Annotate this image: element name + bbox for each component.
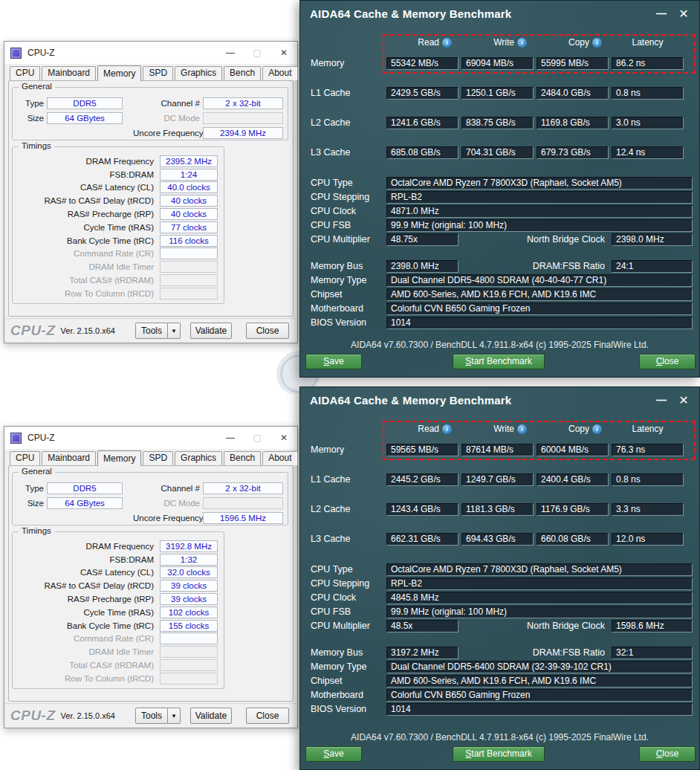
minimize-icon[interactable]: —	[217, 42, 244, 64]
size-value: 64 GBytes	[47, 497, 123, 509]
timings-groupbox: Timings DRAM Frequency2395.2 MHz FSB:DRA…	[12, 146, 224, 304]
timing-row: RAS# Precharge (tRP)39 clocks	[13, 592, 224, 606]
validate-button[interactable]: Validate	[190, 323, 232, 339]
info-icon[interactable]: i	[442, 424, 452, 434]
memory-bus-label: Memory Bus	[311, 647, 363, 658]
cpu-fsb-value: 99.9 MHz (original: 100 MHz)	[386, 219, 693, 232]
tab-spd[interactable]: SPD	[143, 66, 173, 80]
total-cas-label: Total CAS# (tRDRAM)	[14, 276, 154, 285]
chipset-value: AMD 600-Series, AMD K19.6 FCH, AMD K19.6…	[386, 675, 693, 688]
memory-bus-value: 2398.0 MHz	[386, 260, 458, 273]
tools-button[interactable]: Tools	[135, 708, 168, 724]
bios-version-label: BIOS Version	[311, 317, 366, 328]
l3-latency-value: 12.4 ns	[612, 146, 684, 159]
type-label: Type	[14, 484, 44, 493]
timing-row: RAS# Precharge (tRP)40 clocks	[13, 207, 224, 221]
info-icon[interactable]: i	[517, 38, 527, 48]
timing-row: Row To Column (tRCD)	[13, 287, 224, 300]
memory-copy-value: 60004 MB/s	[537, 444, 609, 456]
cpu-type-label: CPU Type	[311, 564, 353, 575]
cpuz-window-top: CPU-Z — ▢ ✕ CPU Mainboard Memory SPD Gra…	[4, 41, 298, 343]
tras-label: Cycle Time (tRAS)	[14, 608, 154, 617]
tab-memory[interactable]: Memory	[97, 65, 141, 81]
tab-graphics[interactable]: Graphics	[175, 451, 222, 465]
cpu-multiplier-label: CPU Multiplier	[311, 621, 370, 631]
close-button[interactable]: Close	[639, 746, 696, 762]
bios-version-label: BIOS Version	[311, 704, 366, 714]
tab-cpu[interactable]: CPU	[10, 66, 40, 80]
validate-button[interactable]: Validate	[190, 708, 232, 724]
dram-frequency-value: 3192.8 MHz	[160, 540, 218, 552]
l2-write-value: 838.75 GB/s	[461, 117, 534, 129]
tools-button[interactable]: Tools	[135, 323, 168, 339]
titlebar[interactable]: CPU-Z — ▢ ✕	[4, 427, 297, 449]
timing-row: Cycle Time (tRAS)102 clocks	[13, 606, 224, 619]
tab-memory[interactable]: Memory	[97, 450, 141, 466]
l2-latency-value: 3.0 ns	[612, 117, 684, 129]
version-text: Ver. 2.15.0.x64	[61, 711, 115, 720]
l2-copy-value: 1176.9 GB/s	[537, 503, 609, 516]
save-button[interactable]: Save	[305, 746, 362, 762]
type-value: DDR5	[47, 482, 123, 494]
minimize-icon[interactable]: —	[217, 427, 244, 449]
start-benchmark-button[interactable]: Start Benchmark	[453, 746, 545, 762]
cas-latency-label: CAS# Latency (CL)	[14, 568, 154, 577]
close-button[interactable]: Close	[246, 708, 289, 724]
close-icon[interactable]: ✕	[270, 42, 297, 64]
tab-spd[interactable]: SPD	[143, 451, 173, 465]
tab-bench[interactable]: Bench	[224, 66, 261, 80]
memory-bus-value: 3197.2 MHz	[386, 647, 458, 659]
cpu-type-label: CPU Type	[311, 178, 353, 188]
channel-value: 2 x 32-bit	[203, 482, 283, 494]
minimize-icon[interactable]: —	[650, 394, 673, 406]
memory-bus-label: Memory Bus	[311, 261, 363, 271]
l3-write-value: 704.31 GB/s	[461, 146, 534, 159]
titlebar[interactable]: AIDA64 Cache & Memory Benchmark — ✕	[300, 1, 699, 26]
info-icon[interactable]: i	[592, 38, 602, 48]
channel-label: Channel #	[133, 484, 200, 493]
minimize-icon[interactable]: —	[650, 7, 673, 19]
dram-fsb-ratio-label: DRAM:FSB Ratio	[533, 647, 605, 658]
close-button[interactable]: Close	[639, 354, 696, 369]
column-header-write: Write i	[461, 36, 534, 48]
general-groupbox: General Type DDR5 Channel # 2 x 32-bit S…	[12, 87, 288, 140]
info-icon[interactable]: i	[517, 424, 527, 434]
timing-row: Total CAS# (tRDRAM)	[13, 659, 224, 672]
column-header-latency: Latency	[612, 423, 684, 435]
tools-dropdown-icon[interactable]: ▼	[168, 708, 181, 724]
close-icon[interactable]: ✕	[673, 7, 695, 21]
motherboard-label: Motherboard	[311, 303, 363, 314]
tab-graphics[interactable]: Graphics	[175, 66, 222, 80]
tab-about[interactable]: About	[262, 66, 297, 80]
row-label-l2: L2 Cache	[311, 504, 351, 514]
tab-about[interactable]: About	[262, 451, 297, 465]
timing-row: RAS# to CAS# Delay (tRCD)39 clocks	[13, 579, 224, 592]
start-benchmark-button[interactable]: Start Benchmark	[453, 354, 545, 369]
tras-value: 102 clocks	[160, 606, 218, 618]
channel-value: 2 x 32-bit	[203, 97, 283, 109]
titlebar[interactable]: AIDA64 Cache & Memory Benchmark — ✕	[300, 387, 699, 412]
tab-bench[interactable]: Bench	[224, 451, 261, 465]
save-button[interactable]: Save	[305, 354, 362, 369]
total-cas-value	[160, 274, 218, 286]
tab-mainboard[interactable]: Mainboard	[42, 451, 96, 465]
close-icon[interactable]: ✕	[270, 427, 297, 449]
trp-label: RAS# Precharge (tRP)	[14, 595, 154, 604]
info-icon[interactable]: i	[442, 38, 452, 48]
cpuz-app-icon	[10, 433, 22, 444]
l3-copy-value: 679.73 GB/s	[537, 146, 609, 159]
column-header-latency: Latency	[612, 36, 684, 48]
close-icon[interactable]: ✕	[673, 393, 695, 407]
tab-cpu[interactable]: CPU	[10, 451, 40, 465]
trc-label: Bank Cycle Time (tRC)	[14, 621, 154, 630]
tab-mainboard[interactable]: Mainboard	[42, 66, 96, 80]
close-button[interactable]: Close	[246, 323, 289, 339]
tools-dropdown-icon[interactable]: ▼	[168, 323, 181, 339]
memory-read-value: 55342 MB/s	[386, 57, 458, 70]
memory-tab-page: General Type DDR5 Channel # 2 x 32-bit S…	[8, 465, 294, 702]
titlebar[interactable]: CPU-Z — ▢ ✕	[4, 42, 297, 64]
cpu-clock-value: 4871.0 MHz	[386, 205, 693, 218]
north-bridge-clock-label: North Bridge Clock	[527, 234, 605, 245]
dram-frequency-label: DRAM Frequency	[14, 157, 154, 166]
info-icon[interactable]: i	[592, 424, 602, 434]
